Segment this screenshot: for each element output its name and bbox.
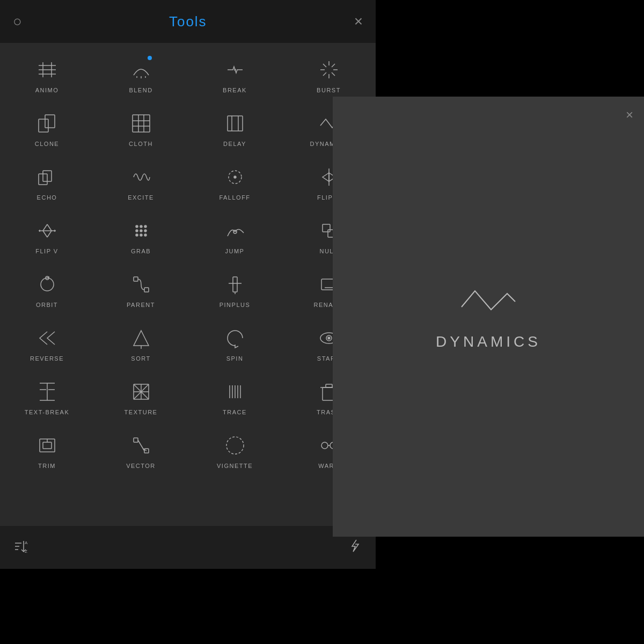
svg-rect-17 [39,119,48,132]
lightning-icon[interactable] [347,538,363,557]
flip-v-label: FLIP V [35,248,58,254]
excite-label: EXCITE [128,194,154,201]
clone-label: CLONE [35,141,59,147]
tool-parent[interactable]: PARENT [94,263,188,317]
tool-cloth[interactable]: CLOTH [94,102,188,156]
svg-point-41 [136,225,138,228]
svg-point-44 [136,230,138,232]
svg-rect-90 [144,449,149,453]
svg-point-8 [235,69,236,70]
tool-flip-v[interactable]: FLIP V [0,209,94,263]
break-icon [222,57,248,83]
svg-line-38 [47,231,52,237]
svg-line-13 [323,64,326,67]
tool-echo[interactable]: ECHO [0,156,94,209]
pinplus-icon [222,272,248,297]
delay-icon [222,111,248,136]
tool-grab[interactable]: GRAB [94,209,188,263]
tools-title: Tools [169,13,207,30]
cloth-icon [128,111,154,136]
tool-reverse[interactable]: REVERSE [0,317,94,370]
svg-point-67 [328,337,330,339]
svg-rect-89 [134,438,138,442]
svg-line-15 [332,64,335,67]
tool-clone[interactable]: CLONE [0,102,94,156]
tools-panel: ○ Tools × ANIMO BLEND [0,0,376,569]
spin-icon [222,325,248,351]
tool-delay[interactable]: DELAY [188,102,282,156]
svg-rect-87 [43,442,52,449]
text-break-icon [34,379,60,405]
texture-icon [128,379,154,405]
tool-text-break[interactable]: TEXT-BREAK [0,370,94,424]
tool-sort[interactable]: SORT [94,317,188,370]
svg-line-35 [43,224,47,231]
svg-rect-56 [134,277,138,281]
spin-label: SPIN [226,355,244,362]
orbit-icon [34,272,60,297]
flip-v-icon [34,218,60,244]
svg-rect-18 [45,115,55,128]
tool-vignette[interactable]: VIGNETTE [188,424,282,478]
animo-label: ANIMO [35,87,59,93]
tool-pinplus[interactable]: PINPLUS [188,263,282,317]
svg-rect-58 [233,277,237,292]
tool-jump[interactable]: JUMP [188,209,282,263]
svg-point-48 [140,234,142,236]
svg-point-93 [226,437,244,454]
tool-spin[interactable]: SPIN [188,317,282,370]
sort-az-icon[interactable]: A Z [13,538,30,558]
burst-label: BURST [317,87,341,93]
svg-point-46 [144,230,147,232]
parent-label: PARENT [127,302,155,308]
svg-marker-32 [323,173,329,181]
reverse-label: REVERSE [30,355,64,362]
texture-label: TEXTURE [125,409,158,415]
animo-icon [34,57,60,83]
dynamics-close-button[interactable]: × [626,107,633,122]
svg-line-36 [47,224,52,231]
pinplus-label: PINPLUS [219,302,251,308]
search-icon[interactable]: ○ [13,13,22,30]
trace-icon [222,379,248,405]
sort-label: SORT [131,355,150,362]
tool-orbit[interactable]: ORBIT [0,263,94,317]
blend-label: BLEND [129,87,152,93]
break-label: BREAK [223,87,247,93]
black-right-bottom [376,537,644,644]
svg-line-14 [332,72,335,76]
tools-grid: ANIMO BLEND BREAK [0,48,376,478]
svg-point-45 [140,230,142,232]
burst-icon [316,57,342,83]
tool-vector[interactable]: VECTOR [94,424,188,478]
svg-text:A: A [25,540,28,545]
trace-label: TRACE [223,409,247,415]
tool-excite[interactable]: EXCITE [94,156,188,209]
text-break-label: TEXT-BREAK [25,409,69,415]
reverse-icon [34,325,60,351]
grab-icon [128,218,154,244]
tools-footer: A Z [0,526,376,569]
svg-rect-24 [228,116,243,131]
tool-animo[interactable]: ANIMO [0,48,94,102]
echo-icon [34,164,60,190]
parent-icon [128,272,154,297]
grab-label: GRAB [131,248,151,254]
svg-rect-85 [326,384,332,387]
tool-blend[interactable]: BLEND [94,48,188,102]
cloth-label: CLOTH [129,141,153,147]
jump-icon [222,218,248,244]
blend-icon [128,57,154,83]
svg-rect-51 [323,224,330,232]
tool-trim[interactable]: TRIM [0,424,94,478]
tool-texture[interactable]: TEXTURE [94,370,188,424]
close-icon[interactable]: × [354,13,363,30]
tool-break[interactable]: BREAK [188,48,282,102]
dynamics-panel-title: DYNAMICS [436,333,541,350]
echo-label: ECHO [37,194,57,201]
tool-trace[interactable]: TRACE [188,370,282,424]
tool-burst[interactable]: BURST [282,48,376,102]
tools-header: ○ Tools × [0,0,376,43]
tool-falloff[interactable]: FALLOFF [188,156,282,209]
svg-point-49 [144,234,147,236]
